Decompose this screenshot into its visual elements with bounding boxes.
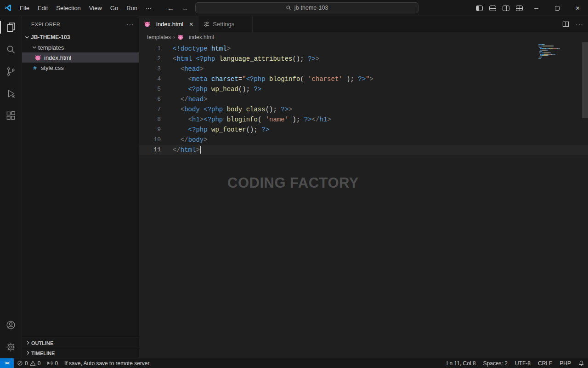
maximize-button[interactable] [547,0,567,16]
code-line[interactable]: 4 <meta charset="<?php bloginfo( 'charse… [139,74,588,84]
menu-selection[interactable]: Selection [52,0,85,16]
code-line[interactable]: 1<!doctype html> [139,44,588,54]
extensions-icon[interactable] [0,104,22,126]
line-number: 5 [139,84,161,94]
toggle-secondary-sidebar-icon[interactable] [499,0,513,16]
main-area: EXPLORER ··· JB-THEME-103 templates [0,16,588,358]
tree-item-root[interactable]: JB-THEME-103 [22,32,139,42]
code-line[interactable]: 9 <?php wp_footer(); ?> [139,125,588,135]
ports-count: 0 [55,360,58,367]
code-line[interactable]: 10 </body> [139,135,588,145]
line-number: 11 [139,145,161,155]
text-cursor [200,146,201,154]
tab-label: index.html [156,21,183,28]
breadcrumb-file[interactable]: index.html [189,34,214,40]
breadcrumb: templates › index.html [139,32,588,42]
remote-indicator[interactable]: >< [0,358,14,368]
code-text: <?php wp_head(); ?> [173,84,261,94]
line-number: 8 [139,115,161,125]
menu-file[interactable]: File [16,0,34,16]
notifications-bell-icon[interactable] [575,358,588,368]
window-controls: ─ ✕ [473,0,588,16]
language-mode[interactable]: PHP [556,358,575,368]
files-explorer-icon[interactable] [0,16,22,38]
split-editor-icon[interactable] [562,21,569,28]
code-text: <html <?php language_attributes(); ?>> [173,54,319,64]
minimize-button[interactable]: ─ [526,0,547,16]
code-line[interactable]: 3 <head> [139,64,588,74]
search-box-text: jb-theme-103 [294,5,328,11]
line-number: 7 [139,104,161,115]
ports-indicator[interactable]: 0 [44,358,61,368]
settings-gear-icon[interactable] [0,336,22,358]
cursor-position[interactable]: Ln 11, Col 8 [443,358,480,368]
line-number: 2 [139,54,161,64]
explorer-more-actions[interactable]: ··· [126,21,134,28]
css-file-icon: # [32,64,38,71]
account-icon[interactable] [0,314,22,336]
minimap[interactable] [538,44,582,59]
sidebar-bottom-sections: OUTLINE TIMELINE [22,338,139,358]
tab-index-html[interactable]: index.html ✕ [139,16,198,32]
warning-icon [30,360,36,366]
file-label: index.html [44,54,71,61]
toggle-sidebar-icon[interactable] [473,0,486,16]
line-number: 1 [139,44,161,54]
tree-item-style-css[interactable]: # style.css [22,63,139,73]
explorer-sidebar: EXPLORER ··· JB-THEME-103 templates [22,16,139,358]
encoding-setting[interactable]: UTF-8 [511,358,534,368]
code-line[interactable]: 11</html> [139,145,588,155]
customize-layout-icon[interactable] [513,0,526,16]
timeline-section[interactable]: TIMELINE [22,348,139,358]
code-line[interactable]: 7 <body <?php body_class(); ?>> [139,104,588,115]
line-number: 9 [139,125,161,135]
search-view-icon[interactable] [0,38,22,60]
code-line[interactable]: 2<html <?php language_attributes(); ?>> [139,54,588,64]
status-message[interactable]: If save, Auto save to remote server. [61,358,154,368]
folder-label: templates [38,44,64,51]
code-line[interactable]: 6 </head> [139,94,588,104]
tree-item-templates[interactable]: templates [22,42,139,52]
pig-file-icon [144,21,151,28]
code-text: <head> [173,64,204,74]
search-box[interactable]: jb-theme-103 [195,2,418,13]
code-text: <body <?php body_class(); ?>> [173,104,293,115]
status-bar: >< 0 0 0 If save, Auto save to remote se… [0,358,588,368]
line-number: 4 [139,74,161,84]
toggle-panel-icon[interactable] [486,0,499,16]
indentation-setting[interactable]: Spaces: 2 [480,358,511,368]
menu-go[interactable]: Go [106,0,122,16]
source-control-icon[interactable] [0,60,22,82]
code-line[interactable]: 5 <?php wp_head(); ?> [139,84,588,94]
run-and-debug-icon[interactable] [0,82,22,104]
code-line[interactable]: 8 <h1><?php bloginfo( 'name' ); ?></h1> [139,115,588,125]
tab-close-icon[interactable]: ✕ [189,21,193,28]
code-text: </body> [173,135,208,145]
editor-more-actions[interactable]: ··· [576,21,583,28]
code-editor[interactable]: 1<!doctype html>2<html <?php language_at… [139,42,588,358]
outline-label: OUTLINE [31,340,53,346]
outline-section[interactable]: OUTLINE [22,338,139,348]
editor-group: index.html ✕ Settings ··· templates › [139,16,588,358]
nav-forward-button[interactable]: → [181,4,188,12]
menu-edit[interactable]: Edit [34,0,52,16]
vscode-logo-icon [0,4,16,12]
menu-run[interactable]: Run [122,0,141,16]
breadcrumb-folder[interactable]: templates [147,34,171,40]
code-text: </head> [173,94,208,104]
tree-item-index-html[interactable]: index.html [22,52,139,63]
activity-bar [0,16,22,358]
error-icon [17,360,23,366]
status-message-text: If save, Auto save to remote server. [64,360,151,367]
menu-more[interactable]: ··· [141,0,156,16]
menu-view[interactable]: View [85,0,106,16]
code-text: </html> [173,145,201,155]
editor-scrollbar[interactable] [582,42,588,118]
title-bar: FileEditSelectionViewGoRun ··· ← → jb-th… [0,0,588,16]
eol-setting[interactable]: CRLF [534,358,556,368]
tab-settings[interactable]: Settings [198,16,253,32]
problems-indicator[interactable]: 0 0 [14,358,44,368]
close-button[interactable]: ✕ [567,0,588,16]
timeline-label: TIMELINE [31,351,55,356]
nav-back-button[interactable]: ← [167,4,174,12]
